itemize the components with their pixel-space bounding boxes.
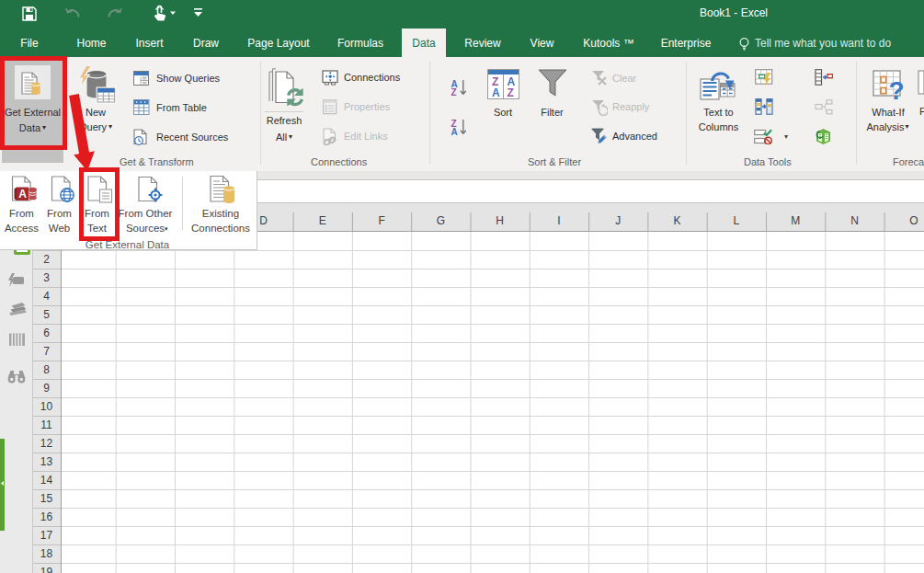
svg-text:18: 18: [40, 547, 53, 560]
svg-text:From Other: From Other: [119, 208, 173, 219]
svg-text:17: 17: [40, 529, 53, 542]
svg-text:Sources: Sources: [126, 223, 165, 234]
svg-text:13: 13: [40, 455, 53, 468]
svg-text:Web: Web: [49, 223, 70, 234]
svg-text:Z: Z: [508, 86, 514, 99]
svg-text:H: H: [496, 214, 504, 227]
svg-text:A: A: [18, 188, 27, 201]
svg-text:F: F: [378, 214, 384, 227]
svg-text:6: 6: [43, 327, 50, 339]
svg-text:Connections: Connections: [191, 223, 250, 234]
svg-text:D: D: [259, 214, 268, 227]
svg-text:A: A: [451, 127, 458, 136]
svg-text:J: J: [615, 214, 621, 227]
svg-text:9: 9: [43, 382, 50, 395]
svg-text:19: 19: [40, 566, 53, 573]
svg-text:From: From: [47, 208, 72, 219]
svg-text:O: O: [909, 214, 918, 227]
svg-text:5: 5: [43, 308, 50, 321]
svg-text:2: 2: [43, 253, 50, 266]
svg-text:16: 16: [40, 510, 53, 523]
svg-text:Access: Access: [5, 223, 39, 234]
svg-text:8: 8: [43, 363, 50, 376]
svg-text:From: From: [9, 208, 34, 219]
svg-text:E: E: [319, 214, 326, 227]
svg-text:12: 12: [40, 437, 53, 450]
svg-text:Existing: Existing: [202, 208, 239, 219]
svg-text:11: 11: [40, 418, 52, 431]
svg-text:?: ?: [889, 76, 905, 101]
svg-text:L: L: [734, 214, 740, 227]
svg-text:15: 15: [40, 492, 53, 505]
svg-text:14: 14: [40, 474, 53, 487]
svg-text:N: N: [850, 214, 859, 227]
svg-text:I: I: [557, 214, 560, 227]
svg-text:A: A: [492, 86, 500, 99]
svg-text:7: 7: [43, 345, 50, 358]
svg-text:▾: ▾: [165, 225, 168, 232]
svg-text:Z: Z: [451, 87, 457, 97]
svg-text:K: K: [674, 214, 681, 227]
svg-text:10: 10: [40, 400, 53, 413]
svg-text:G: G: [437, 214, 445, 227]
svg-text:4: 4: [43, 290, 50, 303]
svg-text:3: 3: [43, 271, 50, 284]
svg-text:M: M: [791, 214, 800, 227]
